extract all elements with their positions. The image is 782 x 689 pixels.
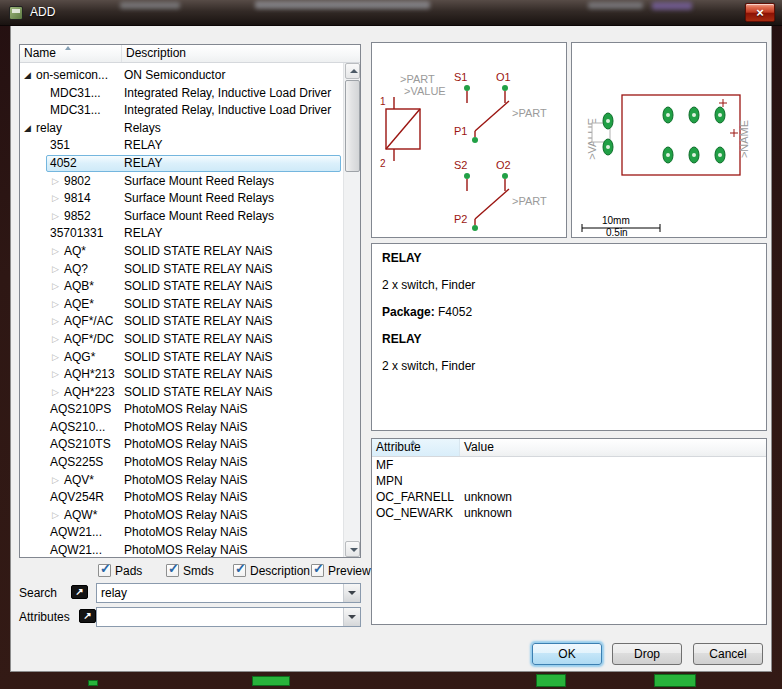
checkbox-box[interactable]: ✓ <box>98 564 111 577</box>
tree-expander-icon[interactable]: ▷ <box>52 366 64 384</box>
window-title: ADD <box>30 0 55 25</box>
titlebar[interactable]: ADD × <box>0 0 782 26</box>
tree-expander-icon[interactable]: ▷ <box>52 243 64 261</box>
arrow-up-right-icon: ↗ <box>83 610 91 621</box>
arrow-up-right-icon: ↗ <box>75 586 83 597</box>
tree-expander-icon[interactable]: ▷ <box>52 208 64 226</box>
tree-expander-icon[interactable]: ▷ <box>52 173 64 191</box>
tree-row[interactable]: ▷AQH*223SOLID STATE RELAY NAiS <box>20 384 343 402</box>
column-header-value[interactable]: Value <box>460 439 766 456</box>
attributes-rows-container: MFMPNOC_FARNELLunknownOC_NEWARKunknown <box>372 457 766 624</box>
coil-pin-2-label: 2 <box>380 158 386 169</box>
tree-row[interactable]: ▷AQE*SOLID STATE RELAY NAiS <box>20 296 343 314</box>
cancel-button[interactable]: Cancel <box>693 643 763 665</box>
name-placeholder-label: >NAME <box>738 120 750 158</box>
tree-row[interactable]: AQS225SPhotoMOS Relay NAiS <box>20 454 343 472</box>
checkbox-pads[interactable]: ✓Pads <box>98 563 142 578</box>
drop-button[interactable]: Drop <box>612 643 682 665</box>
tree-expander-icon[interactable]: ▷ <box>52 313 64 331</box>
column-header-description[interactable]: Description <box>122 45 360 62</box>
tree-row[interactable]: AQW21...PhotoMOS Relay NAiS <box>20 524 343 542</box>
tree-row[interactable]: ▷AQ*SOLID STATE RELAY NAiS <box>20 243 343 261</box>
tree-row[interactable]: 35701331RELAY <box>20 225 343 243</box>
tree-column-headers: Name Description <box>20 45 360 63</box>
check-icon: ✓ <box>235 561 246 576</box>
tree-item-name: AQW21... <box>50 542 102 557</box>
scroll-up-button[interactable] <box>345 63 360 79</box>
tree-item-description: PhotoMOS Relay NAiS <box>122 524 343 542</box>
attribute-row[interactable]: MPN <box>372 473 766 489</box>
tree-expander-icon[interactable]: ◢ <box>24 120 36 138</box>
arrow-up-icon <box>350 69 358 73</box>
tree-row[interactable]: ▷AQB*SOLID STATE RELAY NAiS <box>20 278 343 296</box>
close-button[interactable]: × <box>745 3 775 22</box>
tree-row[interactable]: ▷AQH*213SOLID STATE RELAY NAiS <box>20 366 343 384</box>
tree-row[interactable]: ▷AQF*/DCSOLID STATE RELAY NAiS <box>20 331 343 349</box>
attributes-column-headers: Attribute Value <box>372 439 766 457</box>
tree-row[interactable]: ◢on-semicon...ON Semiconductor <box>20 67 343 85</box>
attribute-row[interactable]: OC_NEWARKunknown <box>372 505 766 521</box>
tree-expander-icon[interactable]: ▷ <box>52 261 64 279</box>
tree-expander-icon[interactable]: ▷ <box>52 384 64 402</box>
description-line: 2 x switch, Finder <box>382 359 756 373</box>
tree-expander-icon[interactable]: ▷ <box>52 296 64 314</box>
tree-expander-icon[interactable]: ◢ <box>24 67 36 85</box>
tree-scrollbar[interactable] <box>343 63 360 557</box>
ok-button[interactable]: OK <box>532 643 602 665</box>
tree-expander-icon[interactable]: ▷ <box>52 472 64 490</box>
checkbox-preview[interactable]: ✓Preview <box>311 563 371 578</box>
contact-p2-label: P2 <box>454 213 467 225</box>
checkbox-box[interactable]: ✓ <box>233 564 246 577</box>
tree-row[interactable]: MDC31...Integrated Relay, Inductive Load… <box>20 102 343 120</box>
tree-row[interactable]: ◢relayRelays <box>20 120 343 138</box>
checkbox-smds[interactable]: ✓Smds <box>166 563 214 578</box>
contact-s1-label: S1 <box>454 71 467 83</box>
checkbox-box[interactable]: ✓ <box>166 564 179 577</box>
search-menu-icon[interactable]: ↗ <box>71 585 88 599</box>
search-dropdown-button[interactable] <box>343 584 360 602</box>
tree-expander-icon[interactable]: ▷ <box>52 507 64 525</box>
tree-expander-icon[interactable]: ▷ <box>52 190 64 208</box>
tree-item-description: SOLID STATE RELAY NAiS <box>122 278 343 296</box>
scrollbar-thumb[interactable] <box>345 80 360 172</box>
tree-row[interactable]: ▷9852Surface Mount Reed Relays <box>20 208 343 226</box>
tree-row[interactable]: AQW21...PhotoMOS Relay NAiS <box>20 542 343 557</box>
tree-item-name: AQH*223 <box>64 384 115 402</box>
tree-row[interactable]: ▷AQW*PhotoMOS Relay NAiS <box>20 507 343 525</box>
tree-item-name: AQB* <box>64 278 94 296</box>
tree-row[interactable]: AQS210TSPhotoMOS Relay NAiS <box>20 436 343 454</box>
tree-row[interactable]: ▷AQ?SOLID STATE RELAY NAiS <box>20 261 343 279</box>
checkbox-description[interactable]: ✓Description <box>233 563 310 578</box>
relay-symbol-drawing: >PART >VALUE 1 2 S1 O1 <box>372 43 566 237</box>
tree-item-name: 9814 <box>64 190 91 208</box>
scroll-down-button[interactable] <box>345 541 360 557</box>
arrow-down-icon <box>350 548 358 552</box>
contact-p1-label: P1 <box>454 125 467 137</box>
tree-row[interactable]: ▷AQV*PhotoMOS Relay NAiS <box>20 472 343 490</box>
tree-expander-icon[interactable]: ▷ <box>52 349 64 367</box>
tree-row[interactable]: 4052RELAY <box>20 155 343 173</box>
checkbox-label: Preview <box>328 564 371 578</box>
tree-row[interactable]: ▷AQG*SOLID STATE RELAY NAiS <box>20 349 343 367</box>
contact-o1-label: O1 <box>496 71 511 83</box>
tree-row[interactable]: 351RELAY <box>20 137 343 155</box>
tree-expander-icon[interactable]: ▷ <box>52 331 64 349</box>
tree-row[interactable]: AQS210PSPhotoMOS Relay NAiS <box>20 401 343 419</box>
attributes-input[interactable] <box>96 607 361 627</box>
tree-item-name: MDC31... <box>50 102 101 120</box>
tree-expander-icon[interactable]: ▷ <box>52 278 64 296</box>
tree-row[interactable]: ▷9814Surface Mount Reed Relays <box>20 190 343 208</box>
attributes-dropdown-button[interactable] <box>343 608 360 626</box>
search-input[interactable]: relay <box>96 583 361 603</box>
checkbox-box[interactable]: ✓ <box>311 564 324 577</box>
attribute-row[interactable]: OC_FARNELLunknown <box>372 489 766 505</box>
column-header-name[interactable]: Name <box>20 45 122 62</box>
tree-row[interactable]: MDC31...Integrated Relay, Inductive Load… <box>20 85 343 103</box>
tree-row[interactable]: ▷AQF*/ACSOLID STATE RELAY NAiS <box>20 313 343 331</box>
attribute-row[interactable]: MF <box>372 457 766 473</box>
attributes-menu-icon[interactable]: ↗ <box>79 609 96 623</box>
column-header-attribute[interactable]: Attribute <box>372 439 460 456</box>
tree-row[interactable]: AQV254RPhotoMOS Relay NAiS <box>20 489 343 507</box>
tree-row[interactable]: ▷9802Surface Mount Reed Relays <box>20 173 343 191</box>
tree-row[interactable]: AQS210...PhotoMOS Relay NAiS <box>20 419 343 437</box>
